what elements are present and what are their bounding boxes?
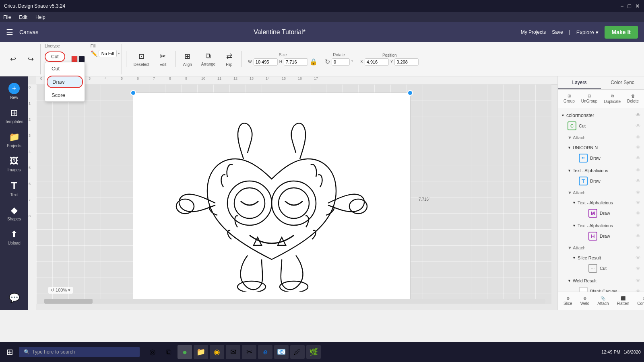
- flip-button[interactable]: ⇄ Flip: [221, 50, 237, 68]
- height-input[interactable]: [284, 58, 308, 66]
- close-button[interactable]: ✕: [635, 3, 640, 9]
- x-input[interactable]: [365, 58, 389, 66]
- start-button[interactable]: ⊞: [3, 346, 17, 358]
- taskbar-snip[interactable]: ✂: [242, 345, 256, 359]
- search-input[interactable]: [32, 349, 133, 355]
- layer-attach-3[interactable]: ▼ Attach 👁: [558, 243, 644, 252]
- layer-item-weld-blank[interactable]: Blank Canvas 👁: [576, 285, 644, 292]
- delete-button[interactable]: 🗑 Delete: [624, 92, 642, 105]
- eye-icon-text2-draw[interactable]: 👁: [636, 210, 641, 216]
- ungroup-button[interactable]: ⊟ UnGroup: [578, 92, 601, 105]
- attach-bottom-button[interactable]: 📎 Attach: [594, 294, 612, 307]
- eye-icon-cut[interactable]: 👁: [636, 123, 641, 129]
- canvas-scrollbar[interactable]: [44, 299, 545, 304]
- taskbar-folder[interactable]: 📁: [194, 345, 208, 359]
- menu-file[interactable]: File: [3, 14, 11, 20]
- width-input[interactable]: [254, 58, 278, 66]
- my-projects-link[interactable]: My Projects: [521, 29, 546, 35]
- save-button[interactable]: Save: [552, 29, 563, 35]
- align-button[interactable]: ⊞ Align: [180, 50, 196, 68]
- taskbar-chrome[interactable]: ●: [178, 345, 192, 359]
- layer-header-colormonster[interactable]: ▼ colormonster 👁: [558, 111, 644, 120]
- weld-button[interactable]: ⊕ Weld: [577, 294, 593, 307]
- deselect-button[interactable]: ⊡ Deselect: [130, 50, 153, 68]
- taskbar-mail[interactable]: ✉: [226, 345, 240, 359]
- eye-icon-slice-cut[interactable]: 👁: [636, 265, 641, 272]
- linetype-option-cut[interactable]: Cut: [45, 62, 85, 75]
- layer-header-weld[interactable]: ▼ Weld Result 👁: [564, 276, 644, 285]
- layer-attach-2[interactable]: ▼ Attach 👁: [558, 188, 644, 197]
- layer-item-cut[interactable]: C Cut 👁: [564, 120, 644, 132]
- tab-layers[interactable]: Layers: [558, 76, 601, 89]
- flatten-button[interactable]: ⬛ Flatten: [614, 294, 633, 307]
- layer-header-text3[interactable]: ▼ Text - Alphalicious 👁: [569, 221, 644, 230]
- taskbar-chrome2[interactable]: ◉: [210, 345, 224, 359]
- layer-item-text3-draw[interactable]: H Draw 👁: [585, 230, 644, 242]
- eye-icon-unicorn-draw[interactable]: 👁: [636, 155, 641, 161]
- sidebar-item-text[interactable]: T Text: [2, 177, 26, 200]
- eye-icon-weld-blank[interactable]: 👁: [636, 288, 641, 292]
- layer-item-text2-draw[interactable]: M Draw 👁: [585, 207, 644, 219]
- y-input[interactable]: [394, 58, 419, 66]
- maximize-button[interactable]: □: [628, 3, 631, 9]
- minimize-button[interactable]: −: [620, 3, 623, 9]
- eye-icon-text3[interactable]: 👁: [636, 222, 641, 228]
- redo-button[interactable]: ↪: [23, 53, 39, 65]
- taskbar-ie[interactable]: e: [258, 345, 272, 359]
- tab-color-sync[interactable]: Color Sync: [601, 76, 644, 89]
- eye-icon-text1-draw[interactable]: 👁: [636, 178, 641, 184]
- eye-icon-weld[interactable]: 👁: [636, 278, 641, 284]
- menu-edit[interactable]: Edit: [19, 14, 27, 20]
- taskbar-taskview[interactable]: ⧉: [161, 345, 176, 359]
- layer-header-text1[interactable]: ▼ Text - Alphalicious 👁: [564, 166, 644, 175]
- color-swatch-red[interactable]: [71, 56, 78, 62]
- lock-aspect-icon[interactable]: 🔒: [310, 58, 318, 66]
- hamburger-menu-icon[interactable]: ☰: [6, 27, 13, 37]
- arrange-button[interactable]: ⧉ Arrange: [198, 50, 219, 68]
- sidebar-item-templates[interactable]: ⊞ Templates: [2, 105, 26, 127]
- layer-attach-1[interactable]: ▼ Attach 👁: [558, 133, 644, 142]
- eye-icon-unicorn[interactable]: 👁: [636, 144, 641, 150]
- layer-header-unicorn[interactable]: ▼ UNICORN N 👁: [564, 143, 644, 152]
- taskbar-cricut[interactable]: 🌿: [306, 345, 321, 359]
- edit-button[interactable]: ✂ Edit: [155, 50, 171, 68]
- taskbar-cortana[interactable]: ◎: [145, 345, 160, 359]
- eye-icon-text1[interactable]: 👁: [636, 167, 641, 173]
- explore-button[interactable]: Explore ▾: [576, 29, 599, 35]
- eye-icon-attach3[interactable]: 👁: [636, 245, 641, 251]
- canvas-grid[interactable]: 7.716': [36, 84, 551, 304]
- eye-icon-text3-draw[interactable]: 👁: [636, 233, 641, 239]
- taskbar-outlook[interactable]: 📧: [274, 345, 289, 359]
- eye-icon-text2[interactable]: 👁: [636, 200, 641, 206]
- sidebar-item-new[interactable]: + New: [2, 80, 26, 103]
- rotate-input[interactable]: [332, 58, 350, 66]
- undo-button[interactable]: ↩: [5, 53, 21, 65]
- layer-header-slice[interactable]: ▼ Slice Result 👁: [569, 253, 644, 262]
- layer-header-text2[interactable]: ▼ Text - Alphalicious 👁: [569, 198, 644, 207]
- fill-value[interactable]: No Fill: [99, 50, 117, 57]
- color-swatch-dark[interactable]: [78, 56, 85, 62]
- eye-icon-slice[interactable]: 👁: [636, 255, 641, 261]
- linetype-option-draw[interactable]: Draw: [47, 76, 83, 88]
- eye-icon-colormonster[interactable]: 👁: [636, 112, 641, 118]
- sidebar-item-upload[interactable]: ⬆ Upload: [2, 226, 26, 249]
- sidebar-item-chat[interactable]: 💬: [2, 290, 26, 306]
- layer-item-text1-draw[interactable]: T Draw 👁: [576, 175, 644, 187]
- sidebar-item-projects[interactable]: 📁 Projects: [2, 129, 26, 151]
- layer-item-unicorn-draw[interactable]: ≈ Draw 👁: [576, 152, 644, 164]
- make-it-button[interactable]: Make It: [605, 26, 638, 39]
- linetype-button[interactable]: Cut: [45, 51, 65, 62]
- menu-help[interactable]: Help: [35, 14, 45, 20]
- eye-icon-attach2[interactable]: 👁: [636, 189, 641, 195]
- contour-button[interactable]: ◎ Contour: [634, 294, 644, 307]
- workspace: + New ⊞ Templates 📁 Projects 🖼 Images T …: [0, 76, 644, 310]
- slice-button[interactable]: ⊗ Slice: [560, 294, 576, 307]
- linetype-option-score[interactable]: Score: [45, 89, 85, 101]
- eye-icon-attach1[interactable]: 👁: [636, 134, 641, 140]
- layer-item-slice-cut[interactable]: ··· Cut 👁: [585, 262, 644, 274]
- sidebar-item-shapes[interactable]: ◆ Shapes: [2, 202, 26, 224]
- group-button[interactable]: ⊞ Group: [560, 92, 578, 105]
- taskbar-wacom[interactable]: 🖊: [290, 345, 305, 359]
- sidebar-item-images[interactable]: 🖼 Images: [2, 153, 26, 175]
- duplicate-button[interactable]: ⧉ Duplicate: [601, 92, 624, 105]
